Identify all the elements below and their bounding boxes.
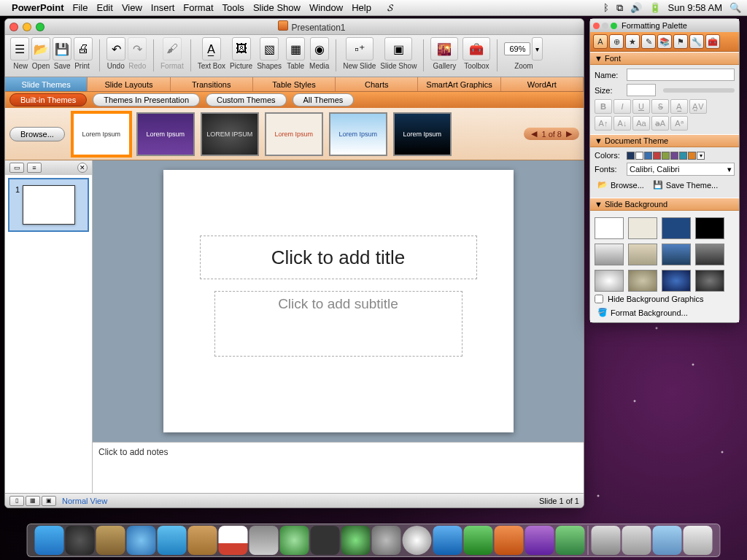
itunes-icon[interactable] <box>280 526 309 555</box>
browse-themes-button[interactable]: Browse... <box>9 127 65 141</box>
palette-tab-project-icon[interactable]: 🧰 <box>705 34 720 49</box>
safari-icon[interactable] <box>127 526 156 555</box>
notes-pane[interactable]: Click to add notes <box>93 442 584 493</box>
gallery-icon[interactable]: 🌇 <box>430 37 458 61</box>
subtab-builtin[interactable]: Built-in Themes <box>9 93 87 106</box>
idvd-icon[interactable] <box>403 526 432 555</box>
theme-thumbnail[interactable]: Lorem Ipsum <box>265 112 323 156</box>
app-name[interactable]: PowerPoint <box>12 2 64 13</box>
color-swatch[interactable] <box>644 152 652 160</box>
slideshow-icon[interactable]: ▣ <box>384 37 412 61</box>
dashboard-icon[interactable] <box>66 526 95 555</box>
bg-thumbnail[interactable] <box>595 217 624 239</box>
menu-window[interactable]: Window <box>309 2 343 13</box>
media-icon[interactable]: ◉ <box>310 37 329 61</box>
subtitle-placeholder[interactable]: Click to add subtitle <box>214 291 462 357</box>
subtab-custom[interactable]: Custom Themes <box>206 93 287 106</box>
menu-slideshow[interactable]: Slide Show <box>253 2 301 13</box>
superscript-icon[interactable]: Aᵃ <box>670 116 688 131</box>
picture-icon[interactable]: 🖼 <box>232 37 251 61</box>
menubar-clock[interactable]: Sun 9:58 AM <box>668 2 722 13</box>
format-painter-icon[interactable]: 🖌 <box>163 37 182 61</box>
slide[interactable]: Click to add title Click to add subtitle <box>163 170 514 432</box>
new-icon[interactable]: ☰ <box>10 37 29 61</box>
downloads-folder-icon[interactable] <box>592 526 621 555</box>
increase-font-icon[interactable]: A↑ <box>595 116 612 131</box>
palette-tab-reference-icon[interactable]: 📚 <box>657 34 672 49</box>
bg-thumbnail[interactable] <box>695 217 724 239</box>
menu-file[interactable]: File <box>73 2 88 13</box>
sysprefs-icon[interactable] <box>372 526 401 555</box>
undo-icon[interactable]: ↶ <box>107 37 125 61</box>
font-name-input[interactable] <box>627 69 735 81</box>
theme-font-select[interactable]: Calibri, Calibri▾ <box>627 163 735 176</box>
bg-thumbnail[interactable] <box>662 217 691 239</box>
bg-thumbnail[interactable] <box>662 244 691 265</box>
bg-thumbnail[interactable] <box>595 244 624 265</box>
ichat-icon[interactable] <box>158 526 187 555</box>
theme-thumbnail[interactable]: LOREM IPSUM <box>201 112 259 156</box>
bg-thumbnail[interactable] <box>695 244 724 265</box>
color-swatch[interactable] <box>662 152 670 160</box>
slide-thumbnail[interactable]: 1 <box>8 178 89 232</box>
bold-icon[interactable]: B <box>595 99 612 114</box>
finder-icon[interactable] <box>35 526 64 555</box>
bg-thumbnail[interactable] <box>628 244 657 265</box>
bluetooth-icon[interactable]: ᛒ <box>603 2 609 13</box>
strikethrough-icon[interactable]: S̶ <box>651 99 669 114</box>
close-button[interactable] <box>9 23 18 31</box>
menu-format[interactable]: Format <box>183 2 213 13</box>
color-swatch[interactable] <box>679 152 687 160</box>
theme-thumbnail[interactable]: Lorem Ipsum <box>329 112 387 156</box>
timemachine-icon[interactable] <box>341 526 371 555</box>
color-swatch[interactable] <box>635 152 643 160</box>
menu-view[interactable]: View <box>122 2 142 13</box>
mail-icon[interactable] <box>96 526 125 555</box>
print-icon[interactable]: 🖨 <box>74 37 93 61</box>
palette-min-icon[interactable] <box>602 23 608 29</box>
bg-thumbnail[interactable] <box>662 270 691 292</box>
theme-thumbnail[interactable]: Lorem Ipsum <box>136 112 195 156</box>
palette-titlebar[interactable]: Formatting Palette <box>590 19 739 32</box>
menu-edit[interactable]: Edit <box>96 2 112 13</box>
table-icon[interactable]: ▦ <box>286 37 305 61</box>
color-swatch[interactable] <box>653 152 661 160</box>
color-swatch[interactable] <box>627 152 635 160</box>
word-icon[interactable] <box>433 526 462 555</box>
font-size-slider[interactable] <box>663 88 735 93</box>
documents-folder-icon[interactable] <box>622 526 651 555</box>
titlebar[interactable]: Presentation1 <box>5 19 584 35</box>
save-icon[interactable]: 💾 <box>53 37 71 61</box>
wifi-icon[interactable]: ⧉ <box>616 2 623 14</box>
palette-tab-add-icon[interactable]: ⊕ <box>609 34 624 49</box>
palette-tab-formatting-icon[interactable]: A <box>593 34 608 49</box>
menu-tools[interactable]: Tools <box>222 2 244 13</box>
excel-icon[interactable] <box>464 526 493 555</box>
palette-tab-compatibility-icon[interactable]: ⚑ <box>673 34 688 49</box>
decrease-font-icon[interactable]: A↓ <box>614 116 631 131</box>
close-panel-icon[interactable]: ✕ <box>77 163 88 173</box>
tab-table-styles[interactable]: Table Styles <box>253 77 336 91</box>
tab-slide-themes[interactable]: Slide Themes <box>5 77 88 91</box>
save-theme-button[interactable]: 💾 Save Theme... <box>650 179 721 191</box>
char-spacing-icon[interactable]: A͍V <box>689 99 707 114</box>
apps-folder-icon[interactable] <box>653 526 682 555</box>
entourage-icon[interactable] <box>525 526 554 555</box>
trash-icon[interactable] <box>684 526 713 555</box>
spaces-icon[interactable] <box>311 526 340 555</box>
palette-zoom-icon[interactable] <box>611 23 617 29</box>
color-dropdown-icon[interactable]: ▾ <box>697 152 705 160</box>
color-swatch[interactable] <box>688 152 696 160</box>
script-menu-icon[interactable]: 𝓢 <box>387 2 393 14</box>
browse-theme-button[interactable]: 📂 Browse... <box>595 179 647 191</box>
battery-icon[interactable]: 🔋 <box>649 2 661 13</box>
zoom-dropdown-icon[interactable]: ▾ <box>532 37 543 61</box>
preview-icon[interactable] <box>249 526 279 555</box>
new-slide-icon[interactable]: ▫⁺ <box>346 37 374 61</box>
shapes-icon[interactable]: ▧ <box>260 37 279 61</box>
toolbox-icon[interactable]: 🧰 <box>462 37 490 61</box>
normal-view-icon[interactable]: ▯ <box>9 496 24 506</box>
open-icon[interactable]: 📂 <box>31 37 50 61</box>
tab-smartart[interactable]: SmartArt Graphics <box>418 77 500 91</box>
textbox-icon[interactable]: A̲ <box>202 37 221 61</box>
